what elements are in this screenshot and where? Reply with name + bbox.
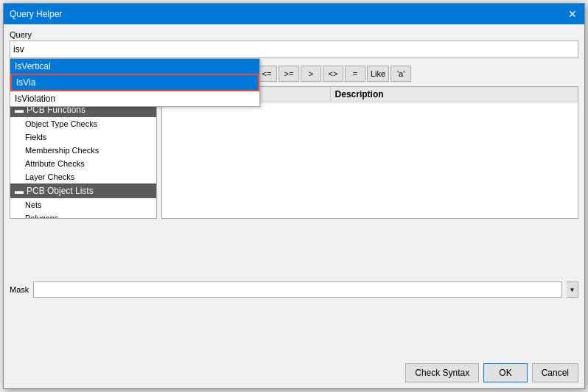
dialog-content: Query IsVertical IsVia IsViolation + - *…: [4, 24, 584, 388]
query-label: Query: [10, 30, 578, 39]
op-gte-button[interactable]: >=: [279, 66, 299, 82]
category-item-nets[interactable]: Nets: [10, 198, 156, 211]
op-like-button[interactable]: Like: [367, 66, 389, 82]
mask-input[interactable]: [33, 281, 562, 298]
autocomplete-dropdown: IsVertical IsVia IsViolation: [10, 58, 260, 107]
autocomplete-item-isvia[interactable]: IsVia: [10, 74, 259, 91]
category-item-object-type-checks[interactable]: Object Type Checks: [10, 117, 156, 130]
close-button[interactable]: ✕: [567, 8, 578, 20]
categories-list: ▬ PCB Functions Object Type Checks Field…: [10, 102, 156, 218]
op-neq-button[interactable]: <>: [323, 66, 343, 82]
autocomplete-item-isvertical[interactable]: IsVertical: [10, 59, 259, 74]
pcb-object-lists-collapse-icon: ▬: [15, 186, 24, 196]
details-desc-label: Description: [335, 89, 384, 99]
pcb-object-lists-label: PCB Object Lists: [27, 186, 94, 196]
category-item-attribute-checks[interactable]: Attribute Checks: [10, 157, 156, 170]
op-string-button[interactable]: 'a': [391, 66, 411, 82]
dialog-title: Query Helper: [10, 9, 62, 19]
mask-label: Mask: [10, 285, 29, 294]
query-helper-dialog: Query Helper ✕ Query IsVertical IsVia Is…: [3, 3, 585, 389]
query-input[interactable]: [10, 41, 578, 58]
title-bar: Query Helper ✕: [4, 4, 584, 24]
ok-button[interactable]: OK: [483, 363, 527, 382]
check-syntax-button[interactable]: Check Syntax: [405, 363, 479, 382]
mask-row: Mask ▼: [10, 223, 578, 356]
query-input-wrapper: IsVertical IsVia IsViolation: [10, 41, 578, 58]
query-section: Query IsVertical IsVia IsViolation: [10, 30, 578, 58]
buttons-row: Check Syntax OK Cancel: [10, 360, 578, 382]
category-item-layer-checks[interactable]: Layer Checks: [10, 170, 156, 183]
op-gt-button[interactable]: >: [301, 66, 321, 82]
details-content: [162, 102, 578, 218]
category-item-polygons[interactable]: Polygons: [10, 211, 156, 218]
op-eq-button[interactable]: =: [345, 66, 365, 82]
cancel-button[interactable]: Cancel: [532, 363, 578, 382]
mask-dropdown-button[interactable]: ▼: [567, 281, 578, 298]
details-col-desc: Description: [331, 87, 578, 102]
autocomplete-item-isviolation[interactable]: IsViolation: [10, 91, 259, 106]
pcb-object-lists-group[interactable]: ▬ PCB Object Lists: [10, 183, 156, 198]
category-item-fields[interactable]: Fields: [10, 130, 156, 144]
category-item-membership-checks[interactable]: Membership Checks: [10, 144, 156, 157]
